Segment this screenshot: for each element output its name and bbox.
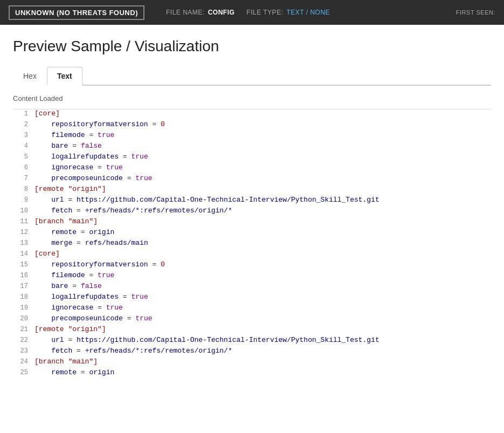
file-type-label: FILE TYPE: <box>246 9 283 16</box>
table-row: 10 fetch = +refs/heads/*:refs/remotes/or… <box>13 207 491 217</box>
first-seen: FIRST SEEN: <box>456 9 495 16</box>
table-row: 18 logallrefupdates = true <box>13 293 491 304</box>
tab-text[interactable]: Text <box>47 67 82 86</box>
table-row: 22 url = https://github.com/Capital-One-… <box>13 336 491 347</box>
code-viewer: 1 [core] 2 repositoryformatversion = 0 3… <box>13 109 491 379</box>
table-row: 12 remote = origin <box>13 228 491 239</box>
top-bar: UNKNOWN (NO THREATS FOUND) FILE NAME: co… <box>0 0 504 25</box>
table-row: 2 repositoryformatversion = 0 <box>13 120 491 131</box>
table-row: 4 bare = false <box>13 142 491 153</box>
table-row: 11 [branch "main"] <box>13 217 491 228</box>
content-status: Content Loaded <box>13 94 491 102</box>
page-title: Preview Sample / Visualization <box>13 38 491 55</box>
table-row: 7 precomposeunicode = true <box>13 174 491 185</box>
status-badge: UNKNOWN (NO THREATS FOUND) <box>9 5 144 20</box>
tab-hex[interactable]: Hex <box>13 67 47 86</box>
table-row: 23 fetch = +refs/heads/*:refs/remotes/or… <box>13 347 491 358</box>
tab-bar: Hex Text <box>13 66 491 86</box>
table-row: 5 logallrefupdates = true <box>13 153 491 163</box>
file-type-link[interactable]: Text / None <box>286 9 330 16</box>
table-row: 14 [core] <box>13 250 491 260</box>
main-content: Preview Sample / Visualization Hex Text … <box>0 25 504 379</box>
table-row: 9 url = https://github.com/Capital-One-T… <box>13 196 491 207</box>
file-meta: FILE NAME: config FILE TYPE: Text / None <box>166 9 330 16</box>
table-row: 21 [remote "origin"] <box>13 325 491 336</box>
table-row: 19 ignorecase = true <box>13 304 491 314</box>
table-row: 8 [remote "origin"] <box>13 185 491 196</box>
table-row: 13 merge = refs/heads/main <box>13 239 491 250</box>
table-row: 16 filemode = true <box>13 271 491 282</box>
table-row: 3 filemode = true <box>13 131 491 142</box>
table-row: 1 [core] <box>13 109 491 120</box>
table-row: 24 [branch "main"] <box>13 358 491 368</box>
file-name-value: config <box>208 9 235 16</box>
table-row: 20 precomposeunicode = true <box>13 314 491 325</box>
table-row: 25 remote = origin <box>13 368 491 379</box>
file-name-label: FILE NAME: <box>166 9 205 16</box>
table-row: 6 ignorecase = true <box>13 163 491 174</box>
table-row: 15 repositoryformatversion = 0 <box>13 260 491 271</box>
table-row: 17 bare = false <box>13 282 491 293</box>
